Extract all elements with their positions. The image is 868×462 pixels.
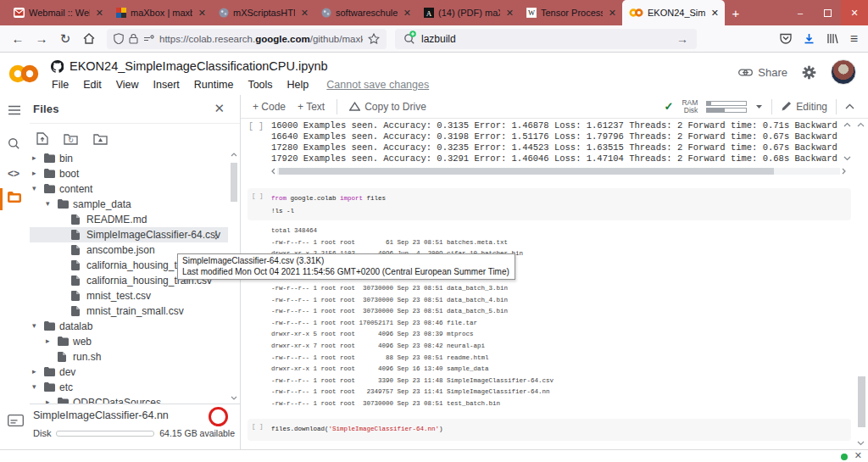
tree-file-mnist_train_small.csv[interactable]: mnist_train_small.csv	[30, 303, 228, 319]
hscroll-left-icon[interactable]	[270, 168, 277, 175]
cell2-code[interactable]: from google.colab import files!ls -l	[271, 192, 848, 218]
refresh-folder-icon[interactable]: ↻	[64, 133, 78, 145]
pocket-icon[interactable]	[780, 33, 792, 44]
expand-arrow-icon[interactable]: ▸	[46, 398, 50, 404]
permissions-icon[interactable]	[143, 35, 154, 43]
browser-tab[interactable]: A(14) (PDF) maXbox_S✕	[417, 0, 520, 25]
scrollbar-thumb[interactable]	[231, 163, 237, 202]
tab-close-icon[interactable]: ✕	[607, 8, 618, 19]
home-button[interactable]	[78, 28, 100, 50]
cell-prompt-1[interactable]: [ ]	[248, 122, 264, 131]
output-scroll-up-icon[interactable]	[843, 122, 851, 127]
expand-arrow-icon[interactable]: ▸	[32, 367, 36, 376]
search-value[interactable]: lazbuild	[421, 33, 456, 45]
browser-tab[interactable]: EKON24_SimpleImag✕	[622, 0, 725, 25]
add-code-button[interactable]: + Code	[253, 101, 286, 113]
menu-insert[interactable]: Insert	[153, 79, 180, 91]
minimize-button[interactable]: –	[787, 0, 814, 25]
close-button[interactable]: ✕	[841, 0, 868, 25]
tree-folder-etc[interactable]: ▾etc	[30, 380, 228, 395]
tree-folder-content[interactable]: ▾content	[30, 181, 228, 197]
tab-close-icon[interactable]: ✕	[299, 8, 310, 19]
expand-arrow-icon[interactable]: ▸	[32, 153, 36, 162]
cell3-code[interactable]: files.download('SimpleImageClassifier-64…	[271, 423, 848, 436]
menu-hamburger-icon[interactable]: ≡	[850, 31, 858, 47]
hscroll-right-icon[interactable]	[840, 168, 848, 175]
files-close-icon[interactable]: ✕	[214, 101, 225, 116]
tree-file-run.sh[interactable]: run.sh	[30, 349, 228, 365]
code-snippets-icon[interactable]: <>	[8, 168, 19, 180]
tab-close-icon[interactable]: ✕	[402, 8, 413, 19]
browser-tab[interactable]: maXbox | maxbox✕	[109, 0, 212, 25]
tree-folder-sample_data[interactable]: ▾sample_data	[30, 197, 228, 212]
tree-folder-boot[interactable]: ▸boot	[30, 166, 228, 181]
scroll-up-icon[interactable]	[231, 153, 237, 157]
tree-file-README.md[interactable]: README.md	[30, 212, 228, 227]
cell-prompt-2[interactable]: [ ]	[252, 192, 264, 199]
collapse-toolbar-icon[interactable]	[845, 103, 854, 109]
kebab-menu-icon[interactable]: ⋮	[211, 229, 221, 241]
reload-button[interactable]: ↻	[54, 28, 76, 50]
menu-tools[interactable]: Tools	[248, 79, 272, 91]
resources-dropdown-icon[interactable]	[755, 104, 763, 109]
tab-close-icon[interactable]: ✕	[504, 8, 515, 19]
tree-folder-bin[interactable]: ▸bin	[30, 151, 228, 166]
share-button[interactable]: Share	[738, 66, 787, 79]
library-icon[interactable]	[826, 33, 838, 44]
nb-scrollbar-thumb[interactable]	[858, 376, 865, 427]
tree-folder-dev[interactable]: ▸dev	[30, 365, 228, 380]
find-icon[interactable]	[8, 137, 20, 153]
expand-arrow-icon[interactable]: ▸	[46, 337, 50, 345]
terminal-icon[interactable]	[8, 415, 24, 429]
search-bar[interactable]: lazbuild →	[395, 29, 697, 49]
expand-arrow-icon[interactable]: ▸	[32, 169, 36, 177]
nb-scroll-up-icon[interactable]	[857, 122, 865, 127]
maximize-button[interactable]	[814, 0, 841, 25]
browser-tab[interactable]: WTensor Processing U✕	[520, 0, 622, 25]
tree-folder-datalab[interactable]: ▾datalab	[30, 319, 228, 334]
tab-close-icon[interactable]: ✕	[197, 8, 208, 19]
mount-drive-icon[interactable]	[93, 133, 108, 145]
menu-edit[interactable]: Edit	[83, 79, 102, 91]
collapse-arrow-icon[interactable]: ▾	[46, 199, 50, 208]
menu-help[interactable]: Help	[287, 79, 309, 91]
forward-button[interactable]: →	[31, 28, 53, 50]
code-cell-download[interactable]: [ ] files.download('SimpleImageClassifie…	[248, 419, 851, 441]
notebook-title[interactable]: EKON24_SimpleImageClassificationCPU.ipyn…	[70, 59, 328, 73]
tree-folder-web[interactable]: ▸web	[30, 334, 228, 349]
tab-close-icon[interactable]: ✕	[709, 8, 721, 19]
menu-runtime[interactable]: Runtime	[194, 79, 234, 91]
avatar[interactable]	[831, 59, 856, 85]
upload-file-icon[interactable]	[36, 132, 48, 145]
output-scroll-down-icon[interactable]	[843, 156, 851, 161]
tree-file-mnist_test.csv[interactable]: mnist_test.csv	[30, 288, 228, 303]
status-close-icon[interactable]: ✕	[854, 450, 862, 461]
notebook-scrollbar[interactable]	[856, 122, 866, 446]
nb-scroll-down-icon[interactable]	[857, 441, 865, 446]
table-of-contents-icon[interactable]	[8, 105, 21, 118]
new-tab-button[interactable]: +	[725, 0, 747, 25]
collapse-arrow-icon[interactable]: ▾	[32, 184, 36, 192]
tree-file-SimpleImageClassifier-64.csv[interactable]: SimpleImageClassifier-64.csv⋮	[30, 227, 228, 242]
tree-folder-ODBCDataSources[interactable]: ▸ODBCDataSources	[30, 395, 228, 404]
resource-gauges[interactable]	[706, 101, 747, 113]
files-panel-icon[interactable]	[8, 192, 21, 205]
settings-gear-icon[interactable]	[802, 65, 816, 80]
scroll-down-icon[interactable]	[231, 396, 237, 400]
collapse-arrow-icon[interactable]: ▾	[32, 321, 36, 330]
add-text-button[interactable]: + Text	[298, 101, 325, 113]
footer-file-name[interactable]: SimpleImageClassifier-64.nn	[33, 409, 169, 421]
output-horizontal-scrollbar[interactable]	[270, 167, 848, 175]
menu-view[interactable]: View	[116, 79, 139, 91]
browser-tab[interactable]: mXScriptasHTML✕	[212, 0, 314, 25]
search-go-icon[interactable]: →	[676, 32, 688, 46]
browser-tab[interactable]: softwareschule.ch/d✕	[314, 0, 417, 25]
url-bar[interactable]: https://colab.research.google.com/github…	[107, 29, 387, 49]
save-status-link[interactable]: Cannot save changes	[326, 79, 429, 91]
cell-prompt-3[interactable]: [ ]	[252, 423, 264, 430]
menu-file[interactable]: File	[52, 79, 69, 91]
code-cell-ls[interactable]: [ ] from google.colab import files!ls -l	[248, 188, 851, 220]
editing-mode-button[interactable]: Editing	[781, 101, 827, 113]
back-button[interactable]: ←	[7, 28, 29, 50]
tab-close-icon[interactable]: ✕	[94, 8, 105, 19]
